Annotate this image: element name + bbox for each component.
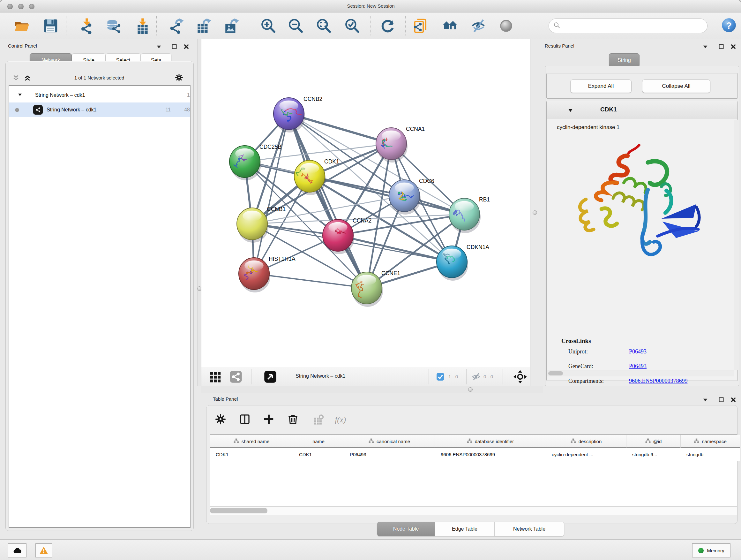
crosslink-value-link[interactable]: 9606.ENSP00000378699 <box>629 378 688 384</box>
table-cell[interactable]: stringdb:9... <box>626 448 681 461</box>
collapse-all-button[interactable]: Collapse All <box>642 79 711 93</box>
selected-checkbox-icon[interactable] <box>436 373 445 381</box>
save-session-button[interactable] <box>42 17 59 35</box>
column-header[interactable]: description <box>546 435 626 448</box>
open-in-new-window-icon[interactable] <box>264 370 277 383</box>
expand-all-networks-icon[interactable] <box>24 74 31 81</box>
table-panel-close-icon[interactable] <box>731 397 736 402</box>
zoom-in-button[interactable] <box>260 17 277 35</box>
tab-node-table[interactable]: Node Table <box>377 522 435 537</box>
zoom-fit-button[interactable] <box>315 17 333 35</box>
network-options-gear-icon[interactable] <box>175 73 184 82</box>
table-panel-menu-caret-icon[interactable] <box>702 397 708 402</box>
gray-orb-button[interactable] <box>497 17 515 35</box>
clone-network-button[interactable] <box>413 17 430 35</box>
node-CCNB1[interactable] <box>237 208 268 243</box>
delete-column-button[interactable] <box>286 412 300 426</box>
column-header[interactable]: shared name <box>210 435 293 448</box>
add-column-button[interactable] <box>262 412 276 426</box>
node-RB1[interactable] <box>449 198 481 233</box>
results-vertical-scrollbar[interactable] <box>734 120 738 370</box>
gene-collapse-caret-icon[interactable] <box>568 108 573 114</box>
node-table[interactable]: shared namenamecanonical namedatabase id… <box>210 435 737 506</box>
table-horizontal-scrollbar[interactable] <box>210 506 737 515</box>
left-splitter-handle[interactable] <box>197 287 202 291</box>
import-network-button[interactable] <box>78 17 95 35</box>
node-CDKN1A[interactable] <box>436 246 468 281</box>
open-session-button[interactable] <box>13 17 30 35</box>
zoom-out-button[interactable] <box>287 17 305 35</box>
help-button[interactable]: ? <box>720 17 738 34</box>
control-panel-close-icon[interactable] <box>184 44 189 50</box>
collection-caret-icon[interactable] <box>17 92 22 98</box>
column-header-label: canonical name <box>377 439 410 444</box>
tab-network-table[interactable]: Network Table <box>494 522 564 537</box>
control-panel-float-icon[interactable] <box>172 44 177 50</box>
table-cell[interactable]: stringdb <box>681 448 740 461</box>
function-builder-button[interactable]: f(x) <box>333 412 347 426</box>
refresh-network-button[interactable] <box>379 17 396 35</box>
control-panel-menu-caret-icon[interactable] <box>156 44 162 50</box>
table-panel-float-icon[interactable] <box>718 397 724 402</box>
table-cell[interactable]: 9606.ENSP00000378699 <box>435 448 546 461</box>
grid-view-icon[interactable] <box>209 370 222 383</box>
results-panel-menu-caret-icon[interactable] <box>702 44 708 50</box>
title-bar[interactable]: Session: New Session <box>0 0 741 12</box>
column-header[interactable]: database identifier <box>435 435 546 448</box>
show-hide-button[interactable] <box>470 17 487 35</box>
network-canvas[interactable]: CCNB2CCNA1CDC25BCDK1CDC6RB1CCNB1CCNA2CDK… <box>201 39 530 367</box>
node-CCNB2[interactable] <box>273 98 305 132</box>
table-cell[interactable]: cyclin-dependent ... <box>546 448 626 461</box>
left-splitter[interactable] <box>198 39 201 386</box>
warning-button[interactable] <box>36 543 52 557</box>
results-tab-string[interactable]: String <box>609 53 639 67</box>
search-input[interactable] <box>560 23 697 29</box>
right-splitter-handle[interactable] <box>533 210 537 215</box>
table-cell[interactable]: CDK1 <box>293 448 344 461</box>
edge-HIST1H1A-CCNE1[interactable] <box>254 273 367 288</box>
network-collection-row[interactable]: String Network – cdk1 1 <box>9 88 190 103</box>
node-CDK1[interactable] <box>294 160 326 195</box>
crosslink-value-link[interactable]: P06493 <box>629 363 647 370</box>
network-row[interactable]: String Network – cdk1 11 48 <box>9 103 190 117</box>
table-cell[interactable]: CDK1 <box>210 448 293 461</box>
results-panel-close-icon[interactable] <box>731 44 736 50</box>
cloud-button[interactable] <box>8 543 26 557</box>
network-share-view-icon[interactable] <box>229 370 242 383</box>
results-horizontal-scrollbar[interactable] <box>547 370 734 376</box>
results-panel-float-icon[interactable] <box>718 44 724 50</box>
export-network-button[interactable] <box>167 17 185 35</box>
edge-CCNB2-HIST1H1A[interactable] <box>254 114 289 273</box>
expand-all-button[interactable]: Expand All <box>570 79 631 93</box>
gene-header[interactable]: CDK1 <box>547 101 738 119</box>
delete-table-button[interactable] <box>311 412 325 426</box>
column-header[interactable]: @id <box>626 435 681 448</box>
node-CCNE1[interactable] <box>351 272 383 307</box>
crosslink-value-link[interactable]: P06493 <box>629 348 647 355</box>
gear-button[interactable] <box>213 412 227 426</box>
tab-edge-table[interactable]: Edge Table <box>435 522 494 537</box>
table-cell[interactable]: P06493 <box>344 448 435 461</box>
edge-CCNB2-CCNE1[interactable] <box>289 114 367 288</box>
collapse-all-networks-icon[interactable] <box>12 74 19 81</box>
column-header[interactable]: canonical name <box>344 435 435 448</box>
status-bar: Memory <box>0 539 741 560</box>
export-table-button[interactable] <box>195 17 212 35</box>
node-CDC25B[interactable] <box>229 145 261 180</box>
memory-button[interactable]: Memory <box>692 543 731 557</box>
node-CCNA2[interactable] <box>323 219 354 254</box>
column-header[interactable]: namespace <box>681 435 740 448</box>
zoom-selected-button[interactable] <box>344 17 361 35</box>
column-header[interactable]: name <box>293 435 344 448</box>
birds-eye-view-icon[interactable] <box>513 369 528 384</box>
node-HIST1H1A[interactable] <box>239 258 270 293</box>
search-box[interactable] <box>549 18 708 33</box>
bottom-splitter-handle[interactable] <box>468 387 473 392</box>
node-CCNA1[interactable] <box>376 128 408 163</box>
export-image-button[interactable] <box>223 17 240 35</box>
import-table-button[interactable] <box>134 17 151 35</box>
neighbor-houses-button[interactable] <box>441 17 459 35</box>
hidden-eye-slash-icon[interactable] <box>471 372 481 381</box>
import-database-button[interactable] <box>105 17 122 35</box>
split-view-button[interactable] <box>238 412 252 426</box>
